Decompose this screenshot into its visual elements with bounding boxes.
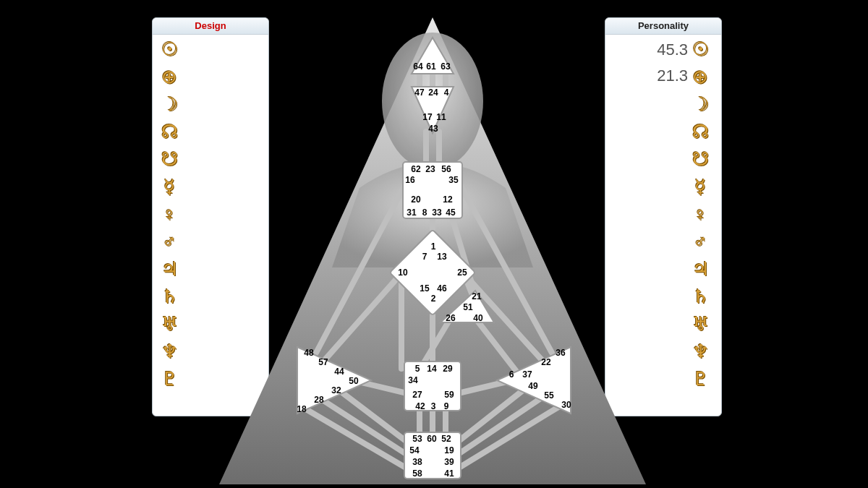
gate-43: 43 (428, 124, 438, 133)
gate-36: 36 (556, 348, 565, 357)
mars-icon: ♂ (157, 229, 182, 254)
gate-42: 42 (415, 402, 425, 411)
gate-39: 39 (444, 458, 454, 466)
gate-54: 54 (409, 446, 419, 455)
gate-48: 48 (304, 348, 313, 357)
gate-60: 60 (427, 435, 436, 443)
gate-38: 38 (412, 458, 422, 466)
gate-14: 14 (427, 364, 436, 373)
gate-30: 30 (561, 401, 571, 409)
sun-icon: ☉ (157, 37, 182, 61)
gate-27: 27 (412, 390, 422, 399)
gate-22: 22 (541, 358, 550, 367)
sun-icon: ☉ (688, 37, 712, 61)
venus-icon: ♀ (157, 202, 182, 226)
gate-3: 3 (431, 402, 436, 411)
gate-56: 56 (441, 165, 451, 174)
gate-63: 63 (441, 62, 450, 71)
mercury-icon: ☿ (157, 174, 182, 199)
stage: Design ☉ ⊕ ☽ ☊ ☋ ☿ ♀ ♂ ♃ ♄ ♅ ♆ ♇ Persona… (0, 0, 868, 488)
personality-values: 45.3 21.3 (657, 37, 688, 89)
north-node-icon: ☊ (688, 119, 712, 144)
gate-29: 29 (443, 364, 452, 373)
gate-15: 15 (420, 284, 429, 293)
gate-5: 5 (415, 364, 420, 373)
gate-24: 24 (428, 88, 438, 97)
north-node-icon: ☊ (157, 119, 182, 144)
gate-11: 11 (436, 113, 446, 121)
venus-icon: ♀ (688, 202, 712, 226)
gate-6: 6 (509, 370, 514, 379)
gate-34: 34 (408, 376, 417, 385)
gate-35: 35 (448, 176, 458, 184)
saturn-icon: ♄ (157, 284, 182, 309)
gate-16: 16 (405, 176, 414, 184)
mars-icon: ♂ (688, 229, 712, 254)
gate-64: 64 (413, 62, 422, 71)
gate-45: 45 (446, 208, 455, 217)
gate-32: 32 (331, 386, 341, 395)
gate-52: 52 (441, 435, 451, 443)
gate-33: 33 (432, 208, 441, 217)
gate-46: 46 (437, 284, 446, 293)
gate-58: 58 (412, 469, 422, 478)
gate-7: 7 (422, 252, 427, 261)
gate-23: 23 (425, 165, 435, 174)
gate-40: 40 (473, 314, 482, 322)
uranus-icon: ♅ (157, 312, 182, 336)
gate-37: 37 (522, 370, 532, 379)
saturn-icon: ♄ (688, 284, 712, 309)
gate-17: 17 (422, 113, 432, 121)
gate-1: 1 (431, 242, 436, 251)
pluto-icon: ♇ (157, 367, 182, 391)
gate-50: 50 (349, 377, 358, 385)
gate-20: 20 (411, 195, 420, 204)
gate-18: 18 (297, 405, 306, 414)
gate-number-layer: 6461634724417114362235616352012318334517… (215, 7, 653, 488)
gate-8: 8 (422, 208, 427, 217)
personality-value-earth: 21.3 (657, 63, 688, 89)
gate-13: 13 (437, 252, 446, 261)
moon-icon: ☽ (688, 92, 712, 116)
gate-53: 53 (412, 435, 422, 443)
gate-57: 57 (318, 358, 328, 367)
personality-value-sun: 45.3 (657, 37, 688, 63)
neptune-icon: ♆ (688, 339, 712, 364)
gate-47: 47 (414, 88, 424, 97)
neptune-icon: ♆ (157, 339, 182, 364)
gate-19: 19 (444, 446, 454, 455)
gate-4: 4 (444, 88, 449, 97)
south-node-icon: ☋ (688, 147, 712, 171)
gate-62: 62 (411, 165, 420, 174)
uranus-icon: ♅ (688, 312, 712, 336)
gate-41: 41 (444, 469, 454, 478)
jupiter-icon: ♃ (688, 257, 712, 281)
gate-51: 51 (463, 303, 472, 312)
gate-12: 12 (443, 195, 452, 204)
moon-icon: ☽ (157, 92, 182, 116)
gate-25: 25 (457, 268, 467, 277)
gate-59: 59 (444, 390, 454, 399)
gate-61: 61 (426, 62, 435, 71)
personality-glyph-column: ☉ ⊕ ☽ ☊ ☋ ☿ ♀ ♂ ♃ ♄ ♅ ♆ ♇ (688, 37, 717, 391)
jupiter-icon: ♃ (157, 257, 182, 281)
mercury-icon: ☿ (688, 174, 712, 199)
gate-55: 55 (544, 391, 553, 400)
gate-49: 49 (528, 382, 537, 390)
pluto-icon: ♇ (688, 367, 712, 391)
earth-icon: ⊕ (688, 64, 712, 89)
earth-icon: ⊕ (157, 64, 182, 89)
bodygraph: 6461634724417114362235616352012318334517… (215, 7, 653, 488)
design-glyph-column: ☉ ⊕ ☽ ☊ ☋ ☿ ♀ ♂ ♃ ♄ ♅ ♆ ♇ (157, 37, 186, 391)
gate-2: 2 (431, 294, 436, 303)
gate-31: 31 (407, 208, 416, 217)
gate-9: 9 (444, 402, 449, 411)
south-node-icon: ☋ (157, 147, 182, 171)
gate-21: 21 (472, 292, 481, 301)
gate-44: 44 (334, 367, 344, 376)
gate-10: 10 (398, 268, 407, 277)
gate-26: 26 (446, 314, 455, 322)
gate-28: 28 (314, 395, 323, 404)
